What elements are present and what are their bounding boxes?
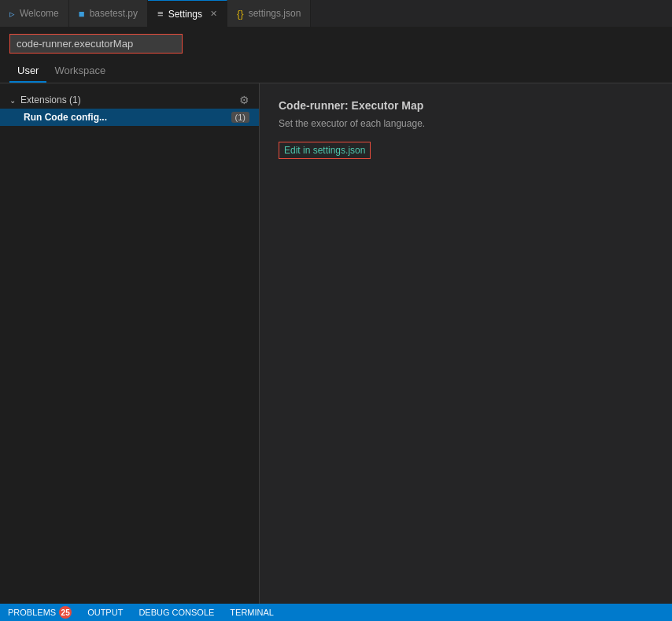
tab-welcome-label: Welcome [20, 8, 59, 19]
search-input-wrapper [9, 34, 183, 54]
nav-workspace[interactable]: Workspace [46, 60, 113, 83]
setting-title-prefix: Code-runner: [279, 99, 352, 112]
debug-console-label: DEBUG CONSOLE [138, 608, 214, 617]
tab-bar: ▹ Welcome ■ basetest.py ≡ Settings ✕ {} … [0, 0, 672, 28]
tree-item-count: (1) [231, 112, 249, 123]
tab-basetest-label: basetest.py [90, 8, 138, 19]
main-content: ⌄ Extensions (1) ⚙ Run Code config... (1… [0, 83, 672, 604]
welcome-icon: ▹ [9, 8, 15, 20]
settings-detail: Code-runner: Executor Map Set the execut… [260, 83, 672, 604]
search-input[interactable] [9, 34, 183, 54]
tab-settings-json-label: settings.json [249, 8, 301, 19]
search-bar [0, 28, 672, 60]
setting-title-bold: Executor Map [352, 99, 424, 112]
output-label: OUTPUT [87, 608, 123, 617]
tab-settings-json[interactable]: {} settings.json [227, 0, 311, 27]
chevron-down-icon: ⌄ [9, 96, 16, 105]
py-file-icon: ■ [79, 8, 85, 20]
problems-count: 25 [59, 606, 72, 619]
problems-panel-button[interactable]: PROBLEMS 25 [0, 604, 79, 621]
settings-icon: ≡ [157, 8, 164, 20]
tree-item-label: Run Code config... [24, 112, 107, 123]
edit-in-settings-link[interactable]: Edit in settings.json [279, 142, 371, 159]
output-panel-button[interactable]: OUTPUT [79, 604, 131, 621]
problems-label: PROBLEMS [8, 608, 56, 617]
tab-settings[interactable]: ≡ Settings ✕ [148, 0, 227, 27]
tab-settings-close[interactable]: ✕ [210, 9, 217, 19]
json-icon: {} [237, 8, 244, 20]
gear-icon[interactable]: ⚙ [239, 94, 249, 106]
tree-item-run-code-config[interactable]: Run Code config... (1) [0, 109, 259, 126]
setting-title: Code-runner: Executor Map [279, 99, 653, 112]
nav-user[interactable]: User [9, 60, 46, 83]
tree-section-extensions: ⌄ Extensions (1) ⚙ Run Code config... (1… [0, 90, 259, 128]
settings-nav: User Workspace [0, 60, 672, 83]
terminal-label: TERMINAL [230, 608, 274, 617]
tree-section-label: Extensions (1) [20, 94, 81, 105]
tab-welcome[interactable]: ▹ Welcome [0, 0, 69, 27]
setting-description: Set the executor of each language. [279, 118, 653, 129]
status-bar: PROBLEMS 25 OUTPUT DEBUG CONSOLE TERMINA… [0, 604, 672, 621]
terminal-button[interactable]: TERMINAL [222, 604, 282, 621]
settings-tree: ⌄ Extensions (1) ⚙ Run Code config... (1… [0, 83, 260, 604]
tree-section-header-extensions[interactable]: ⌄ Extensions (1) [0, 91, 90, 109]
tab-settings-label: Settings [168, 9, 202, 20]
debug-console-button[interactable]: DEBUG CONSOLE [131, 604, 222, 621]
tab-basetest[interactable]: ■ basetest.py [69, 0, 148, 27]
